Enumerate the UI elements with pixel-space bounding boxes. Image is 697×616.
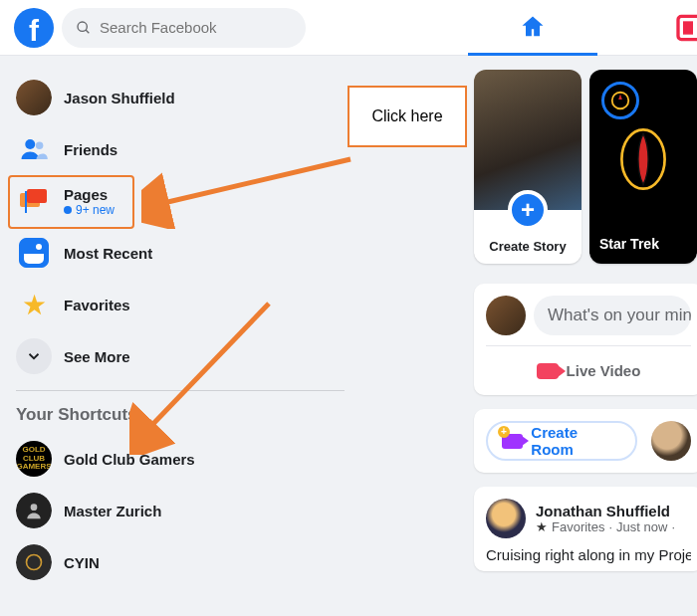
shortcut-cyin[interactable]: CYIN xyxy=(8,536,350,588)
avatar[interactable] xyxy=(486,296,526,335)
sidebar-item-label: Master Zurich xyxy=(64,503,161,519)
post-body: Cruising right along in my Project xyxy=(486,546,691,563)
story-star-trek[interactable]: Star Trek xyxy=(589,70,697,264)
sidebar-item-label: Most Recent xyxy=(64,245,152,262)
story-label: Star Trek xyxy=(599,236,659,252)
svg-point-7 xyxy=(27,555,42,570)
separator xyxy=(16,390,345,391)
create-room-button[interactable]: Create Room xyxy=(486,421,637,461)
home-icon xyxy=(519,13,547,41)
composer-input[interactable]: What's on your mind, xyxy=(534,296,691,335)
sidebar-item-friends[interactable]: Friends xyxy=(8,123,350,175)
svg-point-0 xyxy=(78,22,87,31)
sidebar-item-label: CYIN xyxy=(64,554,100,571)
star-icon: ★ xyxy=(16,287,52,322)
gaming-tab[interactable] xyxy=(667,8,697,48)
feed-post: Jonathan Shuffield ★ Favorites · Just no… xyxy=(474,487,697,571)
sidebar-item-profile[interactable]: Jason Shuffield xyxy=(8,72,350,123)
video-camera-plus-icon xyxy=(502,434,523,449)
story-create[interactable]: + Create Story xyxy=(474,70,581,264)
sidebar-item-see-more[interactable]: See More xyxy=(8,330,350,382)
shortcut-master-zurich[interactable]: Master Zurich xyxy=(8,485,350,536)
sidebar-item-favorites[interactable]: ★ Favorites xyxy=(8,279,350,330)
sidebar-item-label: Friends xyxy=(64,141,117,158)
sidebar-item-label: Jason Shuffield xyxy=(64,90,175,106)
composer-action-label: Live Video xyxy=(567,362,641,379)
shortcuts-title: Your Shortcuts xyxy=(8,397,350,433)
sidebar-item-label: Pages xyxy=(64,186,115,203)
star-icon: ★ xyxy=(536,519,548,534)
search-input[interactable] xyxy=(100,19,279,36)
composer: What's on your mind, Live Video xyxy=(474,284,697,395)
annotation-callout: Click here xyxy=(348,86,467,147)
search-icon xyxy=(76,20,92,36)
sidebar-item-label: See More xyxy=(64,348,130,365)
shortcut-icon xyxy=(16,493,52,528)
live-video-button[interactable]: Live Video xyxy=(527,356,651,385)
avatar[interactable] xyxy=(486,499,526,538)
sidebar-item-most-recent[interactable]: Most Recent xyxy=(8,227,350,279)
shortcut-icon xyxy=(16,544,52,580)
svg-point-6 xyxy=(31,504,38,511)
most-recent-icon xyxy=(16,235,52,271)
sidebar-item-label: Gold Club Gamers xyxy=(64,451,195,468)
top-bar: f xyxy=(0,0,697,56)
svg-point-4 xyxy=(25,139,35,149)
rooms-card: Create Room xyxy=(474,409,697,473)
pages-icon xyxy=(16,183,52,219)
main-feed: + Create Story Star Trek What's on your … xyxy=(474,70,697,571)
search-box[interactable] xyxy=(62,8,306,48)
center-tabs xyxy=(468,0,597,56)
avatar xyxy=(16,80,52,115)
video-camera-icon xyxy=(537,363,559,379)
create-room-label: Create Room xyxy=(531,424,621,458)
stories-row: + Create Story Star Trek xyxy=(474,70,697,264)
gaming-icon xyxy=(673,8,697,48)
story-author-badge xyxy=(601,82,639,119)
post-meta: ★ Favorites · Just now · xyxy=(536,519,675,534)
friends-icon xyxy=(16,131,52,167)
shortcut-icon: GOLDCLUBGAMERS xyxy=(16,441,52,477)
sidebar-item-label: Favorites xyxy=(64,297,130,313)
facebook-logo[interactable]: f xyxy=(14,8,54,48)
sidebar-item-sublabel: 9+ new xyxy=(64,203,115,217)
svg-point-5 xyxy=(36,142,44,150)
shortcut-gold-club-gamers[interactable]: GOLDCLUBGAMERS Gold Club Gamers xyxy=(8,433,350,485)
sidebar-item-pages[interactable]: Pages 9+ new xyxy=(8,175,350,227)
story-create-photo: + xyxy=(474,70,581,210)
left-sidebar: Jason Shuffield Friends Pages 9+ new Mos… xyxy=(0,56,358,588)
tab-home[interactable] xyxy=(468,0,597,56)
post-author[interactable]: Jonathan Shuffield xyxy=(536,503,675,519)
svg-rect-3 xyxy=(685,23,692,33)
room-friend-avatar[interactable] xyxy=(651,421,691,461)
svg-line-1 xyxy=(86,30,89,33)
plus-icon: + xyxy=(508,190,548,230)
chevron-down-icon xyxy=(16,338,52,374)
